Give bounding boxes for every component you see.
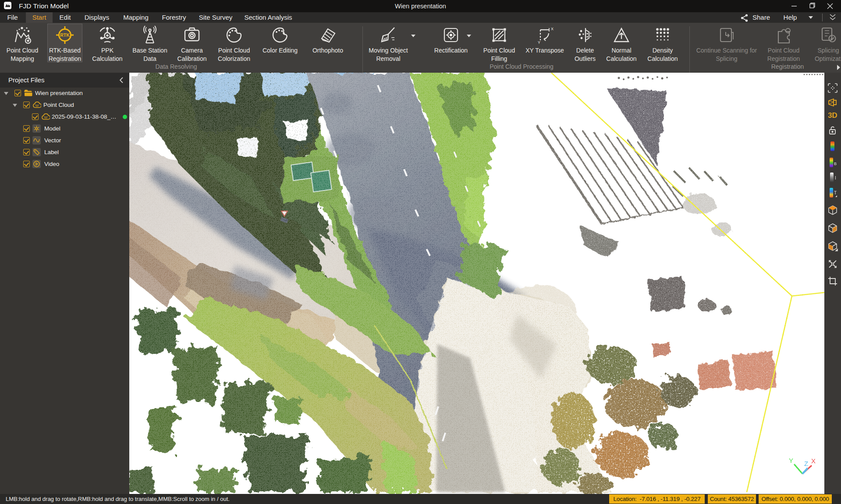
svg-text:X: X [551, 27, 554, 31]
svg-text:T: T [834, 190, 837, 195]
svg-text:Y: Y [538, 40, 540, 45]
svg-text:B: B [834, 162, 837, 166]
svg-text:RTK: RTK [60, 32, 70, 38]
svg-text:I: I [835, 176, 836, 180]
